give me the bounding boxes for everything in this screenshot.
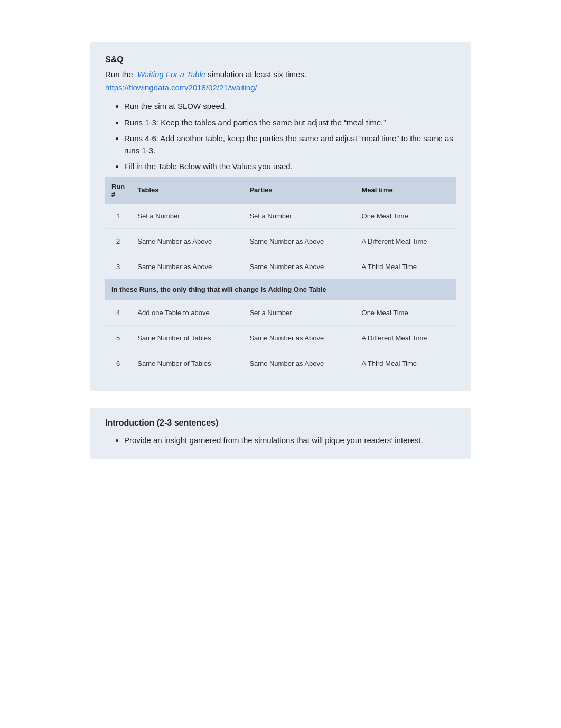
- intro-title: Introduction (2-3 sentences): [105, 418, 456, 428]
- col-parties: Parties: [243, 177, 355, 204]
- data-table: Run # Tables Parties Meal time 1 Set a N…: [105, 177, 456, 376]
- run-1-mealtime: One Meal Time: [356, 204, 456, 229]
- section-header-row: In these Runs, the only thing that will …: [105, 279, 456, 300]
- main-card: S&Q Run the Waiting For a Table simulati…: [90, 42, 471, 391]
- table-row: 1 Set a Number Set a Number One Meal Tim…: [105, 204, 456, 229]
- run-4-mealtime: One Meal Time: [356, 300, 456, 325]
- simulation-link[interactable]: Waiting For a Table: [137, 70, 205, 79]
- table-header-row: Run # Tables Parties Meal time: [105, 177, 456, 204]
- run-3-mealtime: A Third Meal Time: [356, 254, 456, 279]
- run-5-tables: Same Number of Tables: [131, 325, 243, 351]
- instructions-list: Run the sim at SLOW speed. Runs 1-3: Kee…: [105, 100, 456, 173]
- intro-bullet-list: Provide an insight garnered from the sim…: [105, 434, 456, 447]
- run-2-mealtime: A Different Meal Time: [356, 228, 456, 254]
- bullet-2: Runs 1-3: Keep the tables and parties th…: [124, 117, 456, 129]
- card-title: S&Q: [105, 55, 456, 64]
- bullet-4: Fill in the Table Below with the Values …: [124, 161, 456, 173]
- run-6-mealtime: A Third Meal Time: [356, 351, 456, 376]
- table-row: 2 Same Number as Above Same Number as Ab…: [105, 228, 456, 254]
- col-run: Run #: [105, 177, 131, 204]
- run-6-num: 6: [105, 351, 131, 376]
- run-1-parties: Set a Number: [243, 204, 355, 229]
- run-5-num: 5: [105, 325, 131, 351]
- run-5-parties: Same Number as Above: [243, 325, 355, 351]
- intro-bullet-1: Provide an insight garnered from the sim…: [124, 434, 456, 447]
- bullet-3: Runs 4-6: Add another table, keep the pa…: [124, 133, 456, 156]
- section-header-text: In these Runs, the only thing that will …: [105, 279, 456, 300]
- run-4-tables: Add one Table to above: [131, 300, 243, 325]
- run-2-parties: Same Number as Above: [243, 228, 355, 254]
- run-6-tables: Same Number of Tables: [131, 351, 243, 376]
- run-4-num: 4: [105, 300, 131, 325]
- run-4-parties: Set a Number: [243, 300, 355, 325]
- table-row: 3 Same Number as Above Same Number as Ab…: [105, 254, 456, 279]
- run-6-parties: Same Number as Above: [243, 351, 355, 376]
- direct-url-link[interactable]: https://flowingdata.com/2018/02/21/waiti…: [105, 83, 257, 92]
- intro-paragraph: Run the Waiting For a Table simulation a…: [105, 70, 456, 79]
- run-3-num: 3: [105, 254, 131, 279]
- table-row: 4 Add one Table to above Set a Number On…: [105, 300, 456, 325]
- after-link-text: simulation at least six times.: [208, 70, 306, 79]
- col-mealtime: Meal time: [356, 177, 456, 204]
- run-3-tables: Same Number as Above: [131, 254, 243, 279]
- bullet-1: Run the sim at SLOW speed.: [124, 100, 456, 113]
- run-3-parties: Same Number as Above: [243, 254, 355, 279]
- run-5-mealtime: A Different Meal Time: [356, 325, 456, 351]
- run-2-num: 2: [105, 228, 131, 254]
- run-2-tables: Same Number as Above: [131, 228, 243, 254]
- table-row: 6 Same Number of Tables Same Number as A…: [105, 351, 456, 376]
- run-1-num: 1: [105, 204, 131, 229]
- intro-card: Introduction (2-3 sentences) Provide an …: [90, 408, 471, 459]
- intro-text: Run the: [105, 70, 133, 79]
- run-1-tables: Set a Number: [131, 204, 243, 229]
- col-tables: Tables: [131, 177, 243, 204]
- table-row: 5 Same Number of Tables Same Number as A…: [105, 325, 456, 351]
